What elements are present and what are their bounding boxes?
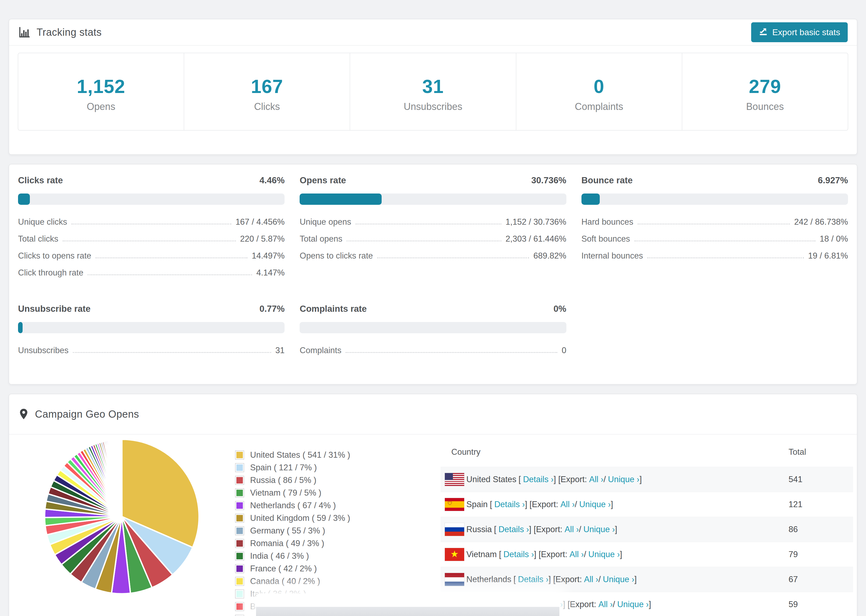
stat-detail-row: Internal bounces 19 / 6.81% [581, 251, 848, 261]
opens-rate-block: Opens rate 30.736% Unique opens 1,152 / … [299, 175, 566, 285]
legend-label: Canada ( 40 / 2% ) [250, 577, 320, 586]
stat-detail-row: Soft bounces 18 / 0% [581, 234, 848, 244]
legend-swatch [235, 602, 244, 611]
export-all-link[interactable]: All › [570, 550, 584, 559]
legend-item: Spain ( 121 / 7% ) [235, 463, 397, 473]
export-all-link[interactable]: All › [561, 500, 575, 509]
details-link[interactable]: Details › [523, 475, 554, 484]
export-unique-link[interactable]: Unique › [617, 600, 649, 609]
stat-cell: 1,152 Opens [18, 53, 184, 130]
total-cell: 59 [789, 600, 853, 609]
unsubscribe-rate-progress [18, 322, 285, 333]
details-link[interactable]: Details › [494, 500, 525, 509]
legend-label: Netherlands ( 67 / 4% ) [250, 501, 336, 511]
legend-item: Vietnam ( 79 / 5% ) [235, 488, 397, 498]
legend-label: United Kingdom ( 59 / 3% ) [250, 513, 350, 523]
stat-cell: 0 Complaints [516, 53, 682, 130]
legend-item: United Kingdom ( 59 / 3% ) [235, 513, 397, 523]
bounce-rate-title: Bounce rate [581, 175, 633, 185]
map-pin-icon [18, 408, 29, 420]
geo-opens-body: United States ( 541 / 31% ) Spain ( 121 … [9, 435, 857, 616]
tracking-stats-title-text: Tracking stats [36, 27, 102, 38]
export-basic-stats-button[interactable]: Export basic stats [751, 22, 848, 42]
unsubscribe-rate-value: 0.77% [260, 304, 285, 314]
total-cell: 86 [789, 525, 853, 534]
opens-rate-value: 30.736% [531, 175, 566, 185]
export-unique-link[interactable]: Unique › [603, 575, 635, 584]
dotted-leader [346, 352, 557, 353]
stat-detail-row: Click through rate 4.147% [18, 268, 285, 278]
country-cell: Netherlands [ Details › ] [Export: All ›… [445, 573, 789, 586]
details-link[interactable]: Details › [504, 550, 534, 559]
legend-label: Spain ( 121 / 7% ) [250, 463, 317, 473]
country-cell: Vietnam [ Details › ] [Export: All › / U… [445, 548, 789, 561]
stats-box: 1,152 Opens 167 Clicks 31 Unsubscribes 0… [18, 53, 848, 130]
stat-detail-row: Total clicks 220 / 5.87% [18, 234, 285, 244]
table-row: Russia [ Details › ] [Export: All › / Un… [441, 517, 853, 542]
unsubscribe-rate-progress-fill [18, 322, 23, 333]
export-unique-link[interactable]: Unique › [583, 525, 615, 534]
legend-label: Russia ( 86 / 5% ) [250, 475, 316, 485]
legend-label: France ( 42 / 2% ) [250, 564, 317, 574]
page: Tracking stats Export basic stats [0, 0, 866, 616]
stat-detail-row: Hard bounces 242 / 86.738% [581, 217, 848, 227]
export-all-link[interactable]: All › [584, 575, 598, 584]
legend-swatch [235, 476, 244, 485]
dotted-leader [72, 224, 231, 225]
tracking-stats-header: Tracking stats Export basic stats [9, 19, 857, 46]
country-flag-icon [445, 473, 464, 486]
complaints-rate-value: 0% [553, 304, 567, 314]
dotted-leader [356, 224, 501, 225]
dotted-leader [638, 224, 790, 225]
total-cell: 541 [789, 475, 853, 484]
legend-item: Canada ( 40 / 2% ) [235, 577, 397, 586]
country-flag-icon [445, 573, 464, 586]
dotted-leader [647, 258, 804, 258]
total-cell: 121 [789, 500, 853, 509]
tracking-stats-title: Tracking stats [18, 26, 102, 38]
total-column-header: Total [789, 447, 853, 457]
legend-swatch [235, 501, 244, 510]
legend-swatch [235, 514, 244, 523]
bounce-rate-block: Bounce rate 6.927% Hard bounces 242 / 86… [581, 175, 848, 285]
legend-swatch [235, 539, 244, 548]
bounce-rate-progress-fill [581, 193, 600, 205]
table-row: Spain [ Details › ] [Export: All › / Uni… [441, 492, 853, 517]
complaints-rate-block: Complaints rate 0% Complaints 0 [299, 304, 566, 363]
details-link[interactable]: Details › [498, 525, 529, 534]
table-row: Netherlands [ Details › ] [Export: All ›… [441, 567, 853, 592]
stats-summary: 1,152 Opens 167 Clicks 31 Unsubscribes 0… [9, 46, 857, 154]
legend-item: France ( 42 / 2% ) [235, 564, 397, 574]
legend-item: Russia ( 86 / 5% ) [235, 475, 397, 485]
table-row: United States [ Details › ] [Export: All… [441, 467, 853, 492]
bar-chart-icon [18, 26, 31, 38]
export-unique-link[interactable]: Unique › [579, 500, 611, 509]
legend-item: Germany ( 55 / 3% ) [235, 526, 397, 536]
stat-value: 279 [682, 76, 848, 97]
geo-table-header: Country Total [441, 437, 853, 467]
export-unique-link[interactable]: Unique › [608, 475, 639, 484]
export-all-link[interactable]: All › [565, 525, 579, 534]
country-cell: Spain [ Details › ] [Export: All › / Uni… [445, 498, 789, 511]
table-row: Vietnam [ Details › ] [Export: All › / U… [441, 542, 853, 567]
clicks-rate-block: Clicks rate 4.46% Unique clicks 167 / 4.… [18, 175, 285, 285]
stat-cell: 279 Bounces [682, 53, 848, 130]
legend-swatch [235, 564, 244, 573]
geo-pie-chart [43, 437, 201, 597]
legend-swatch [235, 589, 244, 599]
stat-detail-row: Unique clicks 167 / 4.456% [18, 217, 285, 227]
dotted-leader [347, 240, 501, 241]
export-all-link[interactable]: All › [598, 600, 612, 609]
unsubscribe-rate-title: Unsubscribe rate [18, 304, 91, 314]
legend-swatch [235, 463, 244, 472]
opens-rate-title: Opens rate [299, 175, 346, 185]
legend-swatch [235, 614, 244, 616]
export-unique-link[interactable]: Unique › [589, 550, 620, 559]
export-all-link[interactable]: All › [589, 475, 603, 484]
country-name: Spain [466, 500, 488, 509]
details-link[interactable]: Details › [518, 575, 549, 584]
country-cell: Russia [ Details › ] [Export: All › / Un… [445, 523, 789, 536]
clicks-rate-progress [18, 193, 285, 205]
legend-swatch [235, 488, 244, 498]
tracking-stats-card: Tracking stats Export basic stats [9, 19, 857, 155]
